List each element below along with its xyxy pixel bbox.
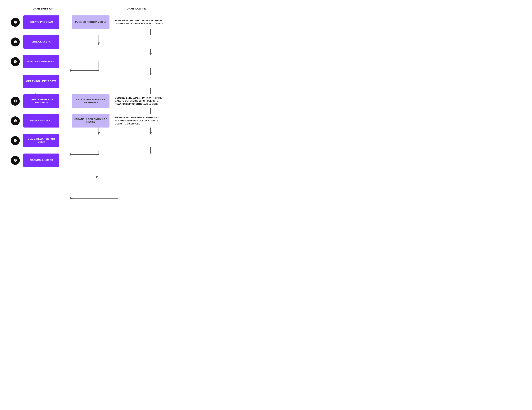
v-connector-4-5 xyxy=(46,108,255,114)
step-5-api-box: PUBLISH SNAPSHOT xyxy=(23,114,59,128)
step-1-domain-row: PUBLISH PROGRAM IN UI YOUR FRONTEND THAT… xyxy=(23,15,255,29)
step-7-number: ❼ xyxy=(11,156,20,165)
v-connector-5-6 xyxy=(46,128,255,134)
diagram-container: GAMESHIFT API GAME DOMAIN xyxy=(0,0,266,205)
v-connector-1-2 xyxy=(46,29,255,35)
step-3-number: ❸ xyxy=(11,57,20,66)
calculate-weighting-box: CALCULATE ENROLLEE WEIGHTING xyxy=(72,94,109,108)
v-connector-ge-4 xyxy=(46,88,255,94)
v-connector-2-3 xyxy=(46,49,255,55)
step-4-description: COMBINE ENROLLMENT DATA WITH GAME DATA T… xyxy=(115,96,165,105)
update-ui-box: UPDATE UI FOR ENROLLED USERS xyxy=(72,114,109,128)
step-5-row: ❺ PUBLISH SNAPSHOT UPDATE UI FOR ENROLLE… xyxy=(11,114,255,128)
step-3-api-box: FUND REWARDS POOL xyxy=(23,55,59,68)
step-5-description: SHOW USER THEIR ENROLLMENTS AND ACCRUED … xyxy=(115,116,165,125)
step-2-number: ❷ xyxy=(11,37,20,47)
step-6-api-box: CLAIM REWARDS FOR USER xyxy=(23,134,59,147)
v-connector-3-ge xyxy=(46,68,255,75)
step-4-api-box: CREATE REWARDS SNAPSHOT xyxy=(23,94,59,108)
step-7-row: ❼ DISENROLL USERS xyxy=(11,154,255,167)
publish-program-box: PUBLISH PROGRAM IN UI xyxy=(72,15,109,29)
get-enrollment-row: GET ENROLLMENT DATA xyxy=(11,75,255,88)
column-headers: GAMESHIFT API GAME DOMAIN xyxy=(11,7,255,10)
step-2-row: ❷ ENROLL USERS xyxy=(11,35,255,49)
step-5-number: ❺ xyxy=(11,116,20,125)
step-1-number: ❶ xyxy=(11,18,20,27)
step-4-row: ❹ CREATE REWARDS SNAPSHOT CALCULATE ENRO… xyxy=(11,94,255,108)
step-1-description: YOUR FRONTEND THAT SHOWS PROGRAM OPTIONS… xyxy=(115,19,165,25)
api-column-header: GAMESHIFT API xyxy=(25,7,61,10)
step-6-row: ❻ CLAIM REWARDS FOR USER xyxy=(11,134,255,147)
get-enrollment-box: GET ENROLLMENT DATA xyxy=(23,75,59,88)
step-3-row: ❸ FUND REWARDS POOL xyxy=(11,55,255,68)
step-7-api-box: DISENROLL USERS xyxy=(23,154,59,167)
step-2-api-box: ENROLL USERS xyxy=(23,35,59,49)
step-6-number: ❻ xyxy=(11,136,20,145)
domain-column-header: GAME DOMAIN xyxy=(117,7,156,10)
v-connector-6-7 xyxy=(46,147,255,154)
step-4-number: ❹ xyxy=(11,97,20,106)
